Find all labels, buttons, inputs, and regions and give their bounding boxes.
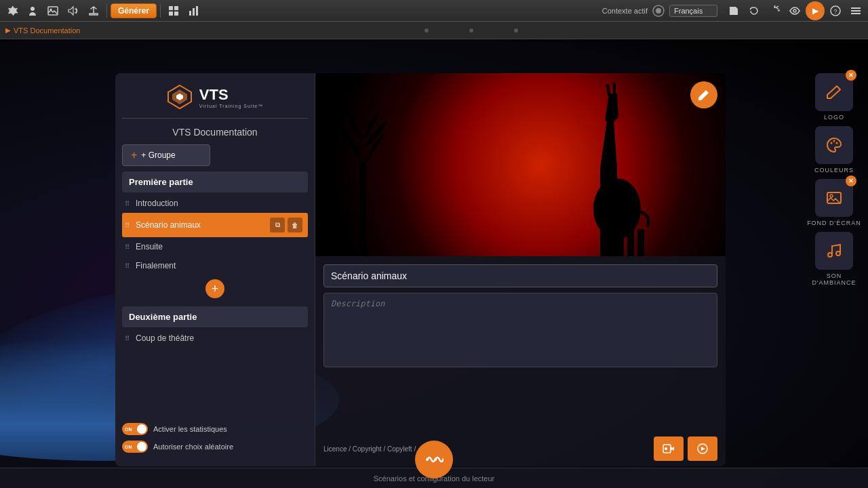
couleurs-panel-label: COULEURS bbox=[814, 167, 854, 174]
right-panel-son-ambiance[interactable]: SON D'AMBIANCE bbox=[807, 232, 861, 286]
svg-rect-7 bbox=[193, 8, 195, 16]
svg-rect-26 bbox=[637, 229, 644, 256]
context-section: Contexte actif Français English bbox=[602, 4, 722, 18]
palette-icon bbox=[826, 137, 842, 153]
edit-icon bbox=[698, 89, 710, 101]
svg-text:?: ? bbox=[834, 8, 837, 15]
generer-button[interactable]: Générer bbox=[111, 3, 157, 18]
record-video-button[interactable] bbox=[654, 436, 684, 461]
wave-button[interactable] bbox=[415, 441, 453, 479]
scenario-image bbox=[315, 73, 726, 256]
svg-rect-3 bbox=[174, 6, 178, 10]
undo-icon-btn[interactable] bbox=[745, 1, 764, 20]
svg-point-34 bbox=[830, 142, 832, 144]
right-content: Licence / Copyright / Copyleft / ... bbox=[315, 73, 726, 466]
drag-icon-ensuite: ⠿ bbox=[125, 243, 130, 251]
list-item-introduction[interactable]: ⠿ Introduction bbox=[122, 194, 308, 213]
svg-rect-24 bbox=[617, 229, 624, 256]
edit-image-button[interactable] bbox=[690, 81, 717, 108]
add-scenario-button[interactable]: + bbox=[205, 279, 224, 298]
language-select[interactable]: Français English bbox=[669, 5, 717, 17]
redo-icon-btn[interactable] bbox=[765, 1, 784, 20]
scenario-bg-image bbox=[315, 73, 726, 256]
list-item-coup-de-theatre[interactable]: ⠿ Coup de théâtre bbox=[122, 329, 308, 348]
scenario-title-input[interactable] bbox=[323, 264, 717, 287]
svg-rect-19 bbox=[359, 161, 366, 256]
couleurs-icon-btn[interactable] bbox=[815, 126, 853, 164]
svg-rect-25 bbox=[627, 229, 634, 256]
svg-point-32 bbox=[434, 458, 437, 461]
list-item-ensuite[interactable]: ⠿ Ensuite bbox=[122, 237, 308, 256]
right-panel-fond-ecran[interactable]: ✕ FOND D'ÉCRAN bbox=[807, 179, 861, 226]
scenario-actions bbox=[654, 436, 717, 461]
svg-rect-8 bbox=[196, 6, 198, 16]
toggle-statistiques: ON Activer les statistiques bbox=[122, 420, 308, 438]
eye-icon-btn[interactable] bbox=[785, 1, 804, 20]
toggle-aleatoire-switch[interactable]: ON bbox=[122, 441, 148, 453]
vts-logo: VTS Virtual Training Suite™ bbox=[122, 84, 308, 119]
logo-close-badge: ✕ bbox=[846, 70, 856, 81]
dot-2 bbox=[469, 28, 473, 33]
group-header-2[interactable]: Deuxième partie bbox=[122, 306, 308, 327]
list-item-finalement[interactable]: ⠿ Finalement bbox=[122, 256, 308, 275]
copy-scenario-button[interactable]: ⧉ bbox=[270, 218, 285, 232]
menu-icon-btn[interactable] bbox=[846, 1, 865, 20]
drag-icon-scenario-animaux: ⠿ bbox=[125, 222, 130, 229]
item-label-coup: Coup de théâtre bbox=[136, 333, 194, 343]
save-icon-btn[interactable] bbox=[724, 1, 743, 20]
chart-icon-btn[interactable] bbox=[184, 1, 203, 20]
scenario-description-input[interactable] bbox=[323, 293, 717, 367]
right-panel: ✕ LOGO COULEURS ✕ bbox=[807, 73, 861, 286]
toggle-aleatoire: ON Autoriser choix aléatoire bbox=[122, 438, 308, 455]
vts-logo-icon bbox=[167, 84, 193, 110]
logo-subtitle: Virtual Training Suite™ bbox=[199, 104, 263, 108]
svg-rect-5 bbox=[174, 12, 178, 16]
music-icon bbox=[826, 243, 842, 259]
toolbar-right-section: ▶ ? bbox=[722, 1, 868, 20]
dot-1 bbox=[425, 28, 429, 33]
logo-icon-btn[interactable]: ✕ bbox=[815, 73, 853, 111]
right-panel-logo[interactable]: ✕ LOGO bbox=[815, 73, 853, 121]
upload-icon-btn[interactable] bbox=[84, 1, 103, 20]
item-label-introduction: Introduction bbox=[136, 199, 178, 208]
edit-logo-icon bbox=[826, 84, 842, 100]
son-ambiance-icon-btn[interactable] bbox=[815, 232, 853, 270]
context-icon bbox=[652, 4, 665, 18]
toggle-statistiques-switch[interactable]: ON bbox=[122, 423, 148, 435]
breadcrumb-bar: ▶ VTS Documentation bbox=[0, 22, 868, 39]
vts-doc-breadcrumb: VTS Documentation bbox=[14, 26, 80, 35]
svg-point-39 bbox=[828, 253, 832, 257]
svg-line-20 bbox=[608, 85, 609, 95]
drag-icon-finalement: ⠿ bbox=[125, 262, 130, 270]
fond-ecran-icon-btn[interactable]: ✕ bbox=[815, 179, 853, 217]
add-groupe-button[interactable]: + + Groupe bbox=[122, 144, 210, 166]
doc-name: VTS Documentation bbox=[122, 119, 308, 144]
content-panel: VTS Virtual Training Suite™ VTS Document… bbox=[115, 73, 726, 466]
play-button[interactable]: ▶ bbox=[806, 1, 825, 20]
svg-point-35 bbox=[833, 140, 835, 142]
svg-rect-15 bbox=[851, 13, 861, 14]
svg-point-40 bbox=[836, 251, 840, 256]
item-label-finalement: Finalement bbox=[136, 261, 176, 270]
context-label: Contexte actif bbox=[602, 7, 648, 15]
svg-rect-13 bbox=[851, 7, 861, 9]
list-item-scenario-animaux[interactable]: ⠿ Scénario animaux ⧉ 🗑 bbox=[122, 213, 308, 237]
settings-icon-btn[interactable] bbox=[3, 1, 22, 20]
giraffe-silhouette-svg bbox=[563, 80, 658, 256]
view-icon-btn[interactable] bbox=[164, 1, 183, 20]
right-panel-couleurs[interactable]: COULEURS bbox=[814, 126, 854, 174]
svg-point-31 bbox=[426, 458, 429, 461]
help-icon-btn[interactable]: ? bbox=[826, 1, 845, 20]
logo-vts-text: VTS bbox=[199, 86, 263, 104]
group-header-1[interactable]: Première partie bbox=[122, 171, 308, 192]
delete-scenario-button[interactable]: 🗑 bbox=[288, 218, 302, 232]
images-icon-btn[interactable] bbox=[43, 1, 62, 20]
svg-point-36 bbox=[835, 142, 837, 144]
add-groupe-label: + Groupe bbox=[141, 150, 175, 160]
play-scenario-button[interactable] bbox=[688, 436, 717, 461]
svg-rect-6 bbox=[189, 11, 191, 16]
audio-icon-btn[interactable] bbox=[64, 1, 83, 20]
svg-point-10 bbox=[793, 9, 796, 12]
users-icon-btn[interactable] bbox=[23, 1, 42, 20]
svg-point-38 bbox=[830, 195, 833, 197]
